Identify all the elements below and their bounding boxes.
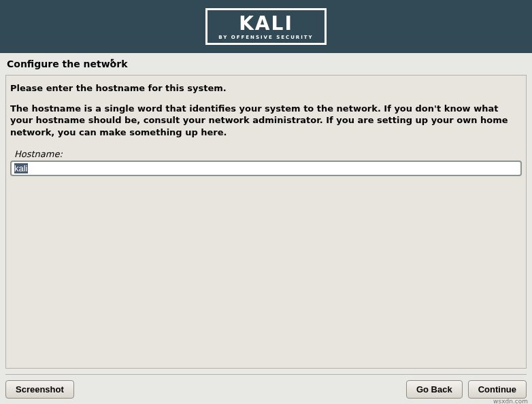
page-title: Configure the network [0,53,532,75]
instruction-line1: Please enter the hostname for this syste… [10,83,227,93]
hostname-input[interactable] [10,161,522,176]
instruction-text: Please enter the hostname for this syste… [10,82,522,138]
logo-brand: KALI [218,14,313,33]
kali-logo: KALI BY OFFENSIVE SECURITY [205,8,326,45]
continue-button[interactable]: Continue [468,380,527,399]
button-bar: Screenshot Go Back Continue [0,375,532,404]
logo-tagline: BY OFFENSIVE SECURITY [218,35,313,40]
instruction-line2: The hostname is a single word that ident… [10,103,522,139]
hostname-label: Hostname: [14,149,522,159]
watermark: wsxdn.com [493,398,528,404]
screenshot-button[interactable]: Screenshot [5,380,74,399]
content-panel: Please enter the hostname for this syste… [5,75,527,369]
header-banner: KALI BY OFFENSIVE SECURITY [0,0,532,53]
go-back-button[interactable]: Go Back [406,380,463,399]
